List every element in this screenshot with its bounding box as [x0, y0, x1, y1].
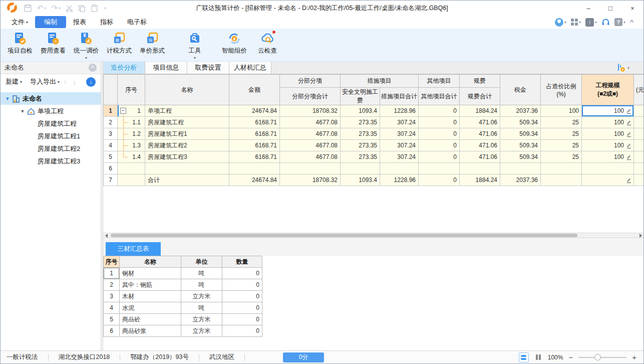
grid-cell[interactable]: 25: [541, 151, 582, 163]
grid-cell[interactable]: [634, 174, 644, 186]
unit-price-form-button[interactable]: 综 单价形式: [136, 31, 169, 60]
tree-item-single-project[interactable]: ▼ 单项工程: [1, 105, 101, 117]
menu-ebid[interactable]: 电子标: [120, 16, 154, 28]
grid-cell[interactable]: 100: [541, 105, 582, 117]
grid-cell[interactable]: 509.34: [500, 151, 541, 163]
grid-cell[interactable]: 4677.08: [280, 151, 341, 163]
grid-cell[interactable]: 4677.08: [280, 128, 341, 140]
grid-cell[interactable]: 6168.71: [229, 140, 280, 151]
grid-cell[interactable]: 6168.71: [229, 128, 280, 140]
grid-cell[interactable]: 25: [541, 117, 582, 128]
tab-project-info[interactable]: 项目信息: [145, 62, 187, 74]
scale-cell[interactable]: 100: [582, 151, 634, 163]
grid-cell[interactable]: 273.35: [341, 140, 380, 151]
tree-item-unit-project[interactable]: 房屋建筑工程: [1, 117, 101, 130]
expand-collapse-all-button[interactable]: ↓: [86, 77, 96, 87]
zoom-in-button[interactable]: +: [632, 353, 636, 361]
grid-cell[interactable]: 509.34: [500, 140, 541, 151]
grid-cell[interactable]: 商品砼: [120, 314, 181, 325]
menu-indicators[interactable]: 指标: [93, 16, 120, 28]
seq-cell[interactable]: 1.1: [118, 117, 145, 128]
grid-cell[interactable]: 4677.08: [280, 140, 341, 151]
seq-cell[interactable]: 1.3: [118, 140, 145, 151]
tab-cost-analysis[interactable]: 造价分析: [103, 62, 145, 74]
col-group-fees[interactable]: 规费: [460, 75, 500, 88]
copy-icon[interactable]: [78, 5, 86, 12]
grid-cell[interactable]: 273.35: [341, 117, 380, 128]
grid-cell[interactable]: 1884.24: [460, 105, 500, 117]
name-cell[interactable]: [145, 163, 229, 174]
collapse-node-icon[interactable]: −: [120, 108, 126, 114]
grid-cell[interactable]: 商品砂浆: [120, 325, 181, 337]
grid-cell[interactable]: 0: [419, 174, 460, 186]
status-region[interactable]: 武汉地区: [209, 353, 234, 361]
zoom-slider-knob[interactable]: [594, 354, 601, 360]
new-button[interactable]: 新建▾: [6, 77, 22, 86]
grid-cell[interactable]: 471.06: [460, 151, 500, 163]
move-up-button[interactable]: ↑: [62, 78, 69, 86]
grid-cell[interactable]: 1093.4: [341, 174, 380, 186]
grid-cell[interactable]: [541, 174, 582, 186]
grid-cell[interactable]: 0: [419, 140, 460, 151]
scroll-left-arrow[interactable]: [103, 233, 109, 238]
row-number[interactable]: 5: [104, 151, 118, 163]
grid-cell[interactable]: 1093.4: [341, 105, 380, 117]
col-group-other[interactable]: 其他项目: [419, 75, 460, 88]
col-header-unit[interactable]: 单位: [181, 256, 222, 268]
name-cell[interactable]: 房屋建筑工程1: [145, 128, 229, 140]
scale-cell[interactable]: 100: [582, 128, 634, 140]
tree-item-unit-project[interactable]: 房屋建筑工程1: [1, 130, 101, 142]
col-header-fbfx-total[interactable]: 分部分项合计: [280, 88, 341, 105]
help-button[interactable]: ?▾: [614, 18, 625, 26]
grid-cell[interactable]: 2037.36: [500, 105, 541, 117]
grid-cell[interactable]: 0: [419, 151, 460, 163]
collapse-ribbon-button[interactable]: ^: [630, 19, 633, 26]
grid-cell[interactable]: [634, 117, 644, 128]
import-export-button[interactable]: 导入导出▾: [30, 77, 60, 86]
grid-cell[interactable]: 471.06: [460, 128, 500, 140]
name-cell[interactable]: 房屋建筑工程3: [145, 151, 229, 163]
save-icon[interactable]: [24, 4, 32, 13]
grid-cell[interactable]: 471.06: [460, 140, 500, 151]
support-button[interactable]: [601, 18, 610, 26]
grid-cell[interactable]: 2037.36: [500, 174, 541, 186]
redo-button[interactable]: ↷▾: [52, 4, 61, 13]
seq-cell[interactable]: [118, 163, 145, 174]
grid-cell[interactable]: [634, 163, 644, 174]
grid-cell[interactable]: [460, 163, 500, 174]
status-regulation-doc[interactable]: 鄂建办（2019）93号: [130, 353, 189, 361]
unified-price-adjust-button[interactable]: ¥ 统一调价 ▾: [70, 31, 103, 60]
grid-cell[interactable]: 水泥: [120, 302, 181, 314]
grid-cell[interactable]: 273.35: [341, 128, 380, 140]
grid-cell[interactable]: 1884.24: [460, 174, 500, 186]
sidebar-collapse-button[interactable]: ^: [89, 64, 97, 72]
grid-cell[interactable]: 木材: [120, 291, 181, 302]
grid-cell[interactable]: 立方米: [181, 325, 222, 337]
grid-cell[interactable]: 6168.71: [229, 151, 280, 163]
score-button[interactable]: 0分: [283, 352, 324, 362]
col-header-partial[interactable]: (元: [634, 75, 644, 105]
grid-cell[interactable]: 6168.71: [229, 117, 280, 128]
grid-cell[interactable]: [280, 163, 341, 174]
smart-pricing-button[interactable]: ¥ 智能组价: [218, 31, 251, 60]
cost-view-button[interactable]: ÷ 费用查看: [37, 31, 70, 60]
grid-cell[interactable]: 24674.84: [229, 174, 280, 186]
row-number[interactable]: 1: [104, 105, 118, 117]
grid-cell[interactable]: 509.34: [500, 128, 541, 140]
grid-cell[interactable]: 5: [104, 314, 120, 325]
grid-cell[interactable]: 1: [104, 268, 120, 279]
col-header-safety-fee[interactable]: 安全文明施工费: [341, 88, 380, 105]
scale-cell-selected[interactable]: 100: [582, 105, 634, 117]
col-header-other-total[interactable]: 其他项目合计: [419, 88, 460, 105]
grid-cell[interactable]: 18708.32: [280, 105, 341, 117]
grid-cell[interactable]: 吨: [181, 302, 222, 314]
grid-cell[interactable]: 吨: [181, 279, 222, 291]
customize-toolbar-icon[interactable]: ▾: [103, 6, 106, 11]
grid-cell[interactable]: 3: [104, 291, 120, 302]
menu-file[interactable]: 文件▾: [5, 16, 35, 28]
row-number[interactable]: 3: [104, 128, 118, 140]
self-check-button[interactable]: 项目自检: [4, 31, 37, 60]
grid-cell[interactable]: 4677.08: [280, 117, 341, 128]
tab-labor-material-summary[interactable]: 人材机汇总: [229, 62, 271, 74]
grid-cell[interactable]: 6: [104, 325, 120, 337]
